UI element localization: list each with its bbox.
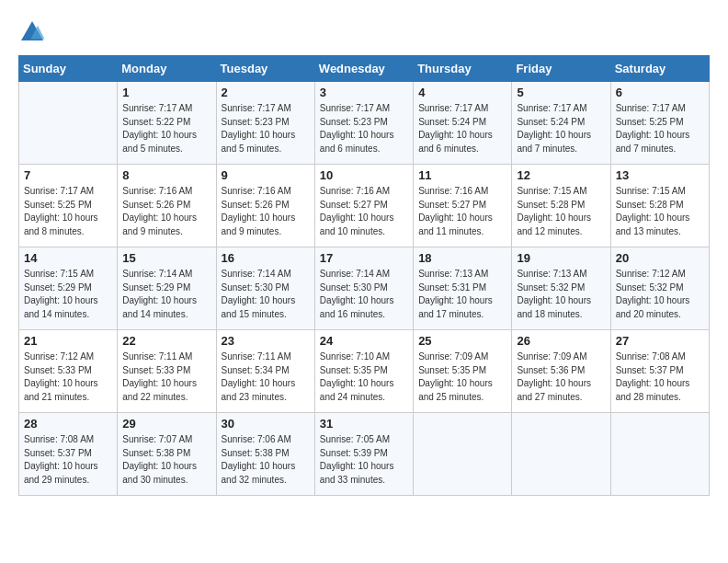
calendar-cell bbox=[512, 413, 610, 496]
day-info: Sunrise: 7:17 AMSunset: 5:23 PMDaylight:… bbox=[320, 102, 408, 155]
calendar-cell: 1Sunrise: 7:17 AMSunset: 5:22 PMDaylight… bbox=[118, 82, 216, 165]
calendar-cell: 5Sunrise: 7:17 AMSunset: 5:24 PMDaylight… bbox=[512, 82, 610, 165]
day-number: 13 bbox=[616, 168, 704, 182]
calendar-cell: 29Sunrise: 7:07 AMSunset: 5:38 PMDayligh… bbox=[118, 413, 216, 496]
weekday-header: Wednesday bbox=[314, 56, 413, 82]
calendar-week-row: 28Sunrise: 7:08 AMSunset: 5:37 PMDayligh… bbox=[19, 413, 710, 496]
calendar-cell bbox=[414, 413, 512, 496]
calendar-cell: 27Sunrise: 7:08 AMSunset: 5:37 PMDayligh… bbox=[610, 330, 709, 413]
calendar-cell: 7Sunrise: 7:17 AMSunset: 5:25 PMDaylight… bbox=[19, 165, 118, 247]
day-info: Sunrise: 7:17 AMSunset: 5:25 PMDaylight:… bbox=[616, 102, 704, 155]
day-info: Sunrise: 7:05 AMSunset: 5:39 PMDaylight:… bbox=[320, 433, 408, 487]
day-number: 10 bbox=[320, 168, 408, 182]
day-number: 23 bbox=[222, 334, 310, 348]
day-number: 9 bbox=[222, 168, 310, 182]
day-number: 1 bbox=[122, 86, 210, 99]
weekday-row: SundayMondayTuesdayWednesdayThursdayFrid… bbox=[19, 56, 710, 82]
day-number: 11 bbox=[418, 168, 506, 182]
day-info: Sunrise: 7:09 AMSunset: 5:36 PMDaylight:… bbox=[517, 350, 605, 404]
calendar-cell: 12Sunrise: 7:15 AMSunset: 5:28 PMDayligh… bbox=[512, 165, 610, 247]
day-number: 16 bbox=[222, 251, 310, 265]
day-info: Sunrise: 7:08 AMSunset: 5:37 PMDaylight:… bbox=[24, 433, 112, 487]
day-number: 29 bbox=[122, 417, 210, 431]
day-number: 8 bbox=[122, 168, 210, 182]
calendar-cell: 2Sunrise: 7:17 AMSunset: 5:23 PMDaylight… bbox=[216, 82, 314, 165]
calendar-week-row: 21Sunrise: 7:12 AMSunset: 5:33 PMDayligh… bbox=[19, 330, 710, 413]
calendar-cell: 31Sunrise: 7:05 AMSunset: 5:39 PMDayligh… bbox=[314, 413, 413, 496]
calendar-week-row: 14Sunrise: 7:15 AMSunset: 5:29 PMDayligh… bbox=[19, 247, 710, 330]
calendar-header: SundayMondayTuesdayWednesdayThursdayFrid… bbox=[19, 56, 710, 82]
weekday-header: Saturday bbox=[610, 56, 709, 82]
weekday-header: Monday bbox=[118, 56, 216, 82]
day-number: 17 bbox=[320, 251, 408, 265]
calendar-cell: 13Sunrise: 7:15 AMSunset: 5:28 PMDayligh… bbox=[610, 165, 709, 247]
day-info: Sunrise: 7:11 AMSunset: 5:33 PMDaylight:… bbox=[122, 350, 210, 404]
day-info: Sunrise: 7:17 AMSunset: 5:25 PMDaylight:… bbox=[24, 185, 112, 238]
day-number: 3 bbox=[320, 86, 408, 99]
calendar-cell: 26Sunrise: 7:09 AMSunset: 5:36 PMDayligh… bbox=[512, 330, 610, 413]
day-number: 18 bbox=[418, 251, 506, 265]
calendar-cell: 20Sunrise: 7:12 AMSunset: 5:32 PMDayligh… bbox=[610, 247, 709, 330]
logo-icon bbox=[18, 18, 46, 46]
day-info: Sunrise: 7:16 AMSunset: 5:27 PMDaylight:… bbox=[418, 185, 506, 238]
day-info: Sunrise: 7:16 AMSunset: 5:26 PMDaylight:… bbox=[222, 185, 310, 238]
day-number: 27 bbox=[616, 334, 704, 348]
day-number: 19 bbox=[517, 251, 605, 265]
day-info: Sunrise: 7:17 AMSunset: 5:22 PMDaylight:… bbox=[122, 102, 210, 155]
day-info: Sunrise: 7:17 AMSunset: 5:23 PMDaylight:… bbox=[222, 102, 310, 155]
day-number: 4 bbox=[418, 86, 506, 99]
day-info: Sunrise: 7:09 AMSunset: 5:35 PMDaylight:… bbox=[418, 350, 506, 404]
day-info: Sunrise: 7:08 AMSunset: 5:37 PMDaylight:… bbox=[616, 350, 704, 404]
day-number: 14 bbox=[24, 251, 112, 265]
calendar-cell: 16Sunrise: 7:14 AMSunset: 5:30 PMDayligh… bbox=[216, 247, 314, 330]
day-number: 31 bbox=[320, 417, 408, 431]
day-info: Sunrise: 7:11 AMSunset: 5:34 PMDaylight:… bbox=[222, 350, 310, 404]
day-number: 26 bbox=[517, 334, 605, 348]
calendar-cell: 30Sunrise: 7:06 AMSunset: 5:38 PMDayligh… bbox=[216, 413, 314, 496]
day-number: 15 bbox=[122, 251, 210, 265]
day-info: Sunrise: 7:12 AMSunset: 5:32 PMDaylight:… bbox=[616, 268, 704, 321]
logo bbox=[18, 18, 50, 46]
day-number: 28 bbox=[24, 417, 112, 431]
weekday-header: Sunday bbox=[19, 56, 118, 82]
calendar-week-row: 7Sunrise: 7:17 AMSunset: 5:25 PMDaylight… bbox=[19, 165, 710, 247]
day-info: Sunrise: 7:14 AMSunset: 5:30 PMDaylight:… bbox=[320, 268, 408, 321]
day-info: Sunrise: 7:10 AMSunset: 5:35 PMDaylight:… bbox=[320, 350, 408, 404]
weekday-header: Thursday bbox=[414, 56, 512, 82]
day-info: Sunrise: 7:14 AMSunset: 5:29 PMDaylight:… bbox=[122, 268, 210, 321]
day-info: Sunrise: 7:06 AMSunset: 5:38 PMDaylight:… bbox=[222, 433, 310, 487]
weekday-header: Tuesday bbox=[216, 56, 314, 82]
calendar-cell: 3Sunrise: 7:17 AMSunset: 5:23 PMDaylight… bbox=[314, 82, 413, 165]
calendar-cell: 25Sunrise: 7:09 AMSunset: 5:35 PMDayligh… bbox=[414, 330, 512, 413]
day-number: 25 bbox=[418, 334, 506, 348]
calendar-cell: 24Sunrise: 7:10 AMSunset: 5:35 PMDayligh… bbox=[314, 330, 413, 413]
calendar-cell: 8Sunrise: 7:16 AMSunset: 5:26 PMDaylight… bbox=[118, 165, 216, 247]
calendar-cell: 15Sunrise: 7:14 AMSunset: 5:29 PMDayligh… bbox=[118, 247, 216, 330]
calendar-week-row: 1Sunrise: 7:17 AMSunset: 5:22 PMDaylight… bbox=[19, 82, 710, 165]
day-number: 6 bbox=[616, 86, 704, 99]
calendar-cell: 14Sunrise: 7:15 AMSunset: 5:29 PMDayligh… bbox=[19, 247, 118, 330]
calendar-cell: 19Sunrise: 7:13 AMSunset: 5:32 PMDayligh… bbox=[512, 247, 610, 330]
day-info: Sunrise: 7:15 AMSunset: 5:28 PMDaylight:… bbox=[517, 185, 605, 238]
day-info: Sunrise: 7:17 AMSunset: 5:24 PMDaylight:… bbox=[418, 102, 506, 155]
calendar-cell: 23Sunrise: 7:11 AMSunset: 5:34 PMDayligh… bbox=[216, 330, 314, 413]
day-info: Sunrise: 7:16 AMSunset: 5:26 PMDaylight:… bbox=[122, 185, 210, 238]
day-number: 22 bbox=[122, 334, 210, 348]
calendar-cell: 9Sunrise: 7:16 AMSunset: 5:26 PMDaylight… bbox=[216, 165, 314, 247]
calendar-cell: 4Sunrise: 7:17 AMSunset: 5:24 PMDaylight… bbox=[414, 82, 512, 165]
day-info: Sunrise: 7:16 AMSunset: 5:27 PMDaylight:… bbox=[320, 185, 408, 238]
calendar-cell: 6Sunrise: 7:17 AMSunset: 5:25 PMDaylight… bbox=[610, 82, 709, 165]
day-number: 30 bbox=[222, 417, 310, 431]
calendar-body: 1Sunrise: 7:17 AMSunset: 5:22 PMDaylight… bbox=[19, 82, 710, 496]
day-number: 5 bbox=[517, 86, 605, 99]
day-number: 2 bbox=[222, 86, 310, 99]
day-number: 21 bbox=[24, 334, 112, 348]
day-info: Sunrise: 7:13 AMSunset: 5:32 PMDaylight:… bbox=[517, 268, 605, 321]
calendar-cell: 10Sunrise: 7:16 AMSunset: 5:27 PMDayligh… bbox=[314, 165, 413, 247]
calendar-cell: 28Sunrise: 7:08 AMSunset: 5:37 PMDayligh… bbox=[19, 413, 118, 496]
day-info: Sunrise: 7:13 AMSunset: 5:31 PMDaylight:… bbox=[418, 268, 506, 321]
calendar-cell bbox=[19, 82, 118, 165]
calendar-cell: 22Sunrise: 7:11 AMSunset: 5:33 PMDayligh… bbox=[118, 330, 216, 413]
day-info: Sunrise: 7:14 AMSunset: 5:30 PMDaylight:… bbox=[222, 268, 310, 321]
day-info: Sunrise: 7:07 AMSunset: 5:38 PMDaylight:… bbox=[122, 433, 210, 487]
